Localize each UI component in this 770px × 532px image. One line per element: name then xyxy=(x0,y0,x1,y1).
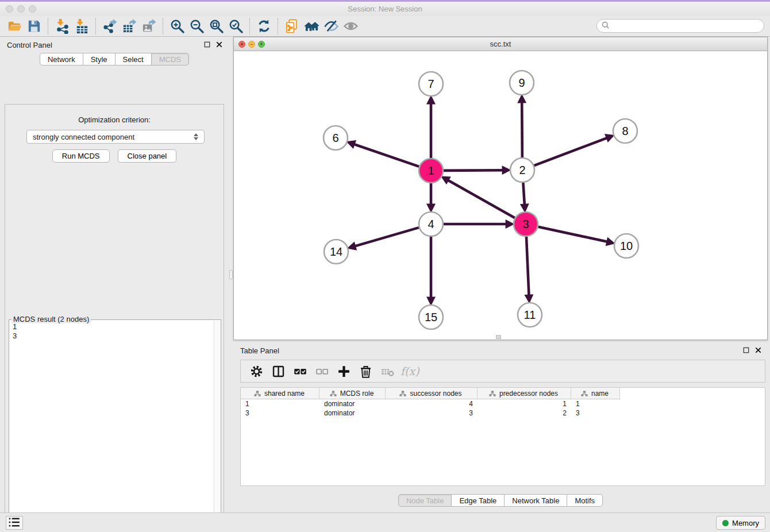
graph-node-11[interactable]: 11 xyxy=(518,303,542,327)
clone-network-icon[interactable] xyxy=(282,18,302,35)
graph-node-6[interactable]: 6 xyxy=(324,126,348,150)
cytoscape-window: Session: New Session Control Panel Netwo… xyxy=(0,0,770,532)
table-panel-title: Table Panel xyxy=(240,346,279,355)
tab-edge-table[interactable]: Edge Table xyxy=(452,494,505,507)
table-tabs: Node TableEdge TableNetwork TableMotifs xyxy=(233,494,768,507)
tab-network-table[interactable]: Network Table xyxy=(505,494,567,507)
graph-node-9[interactable]: 9 xyxy=(510,71,534,95)
session-title: Session: New Session xyxy=(0,5,770,13)
graph-node-8[interactable]: 8 xyxy=(613,119,637,143)
tab-network[interactable]: Network xyxy=(40,53,83,65)
export-network-icon[interactable] xyxy=(100,18,120,35)
close-panel-button[interactable]: Close panel xyxy=(118,149,177,163)
delete-row-icon[interactable] xyxy=(356,362,375,380)
table-row[interactable]: 3dominator323 xyxy=(241,408,765,418)
table-cell[interactable]: 2 xyxy=(478,408,571,418)
toolbar-separator xyxy=(48,18,48,34)
edge-2-3[interactable] xyxy=(523,183,525,207)
search-box[interactable] xyxy=(596,19,764,33)
network-canvas[interactable]: 7968124314101511 xyxy=(234,51,767,340)
edge-1-6[interactable] xyxy=(351,143,419,166)
edge-2-9[interactable] xyxy=(522,99,522,157)
zoom-selected-icon[interactable] xyxy=(226,18,245,35)
settings-icon[interactable] xyxy=(247,362,266,380)
graph-node-1[interactable]: 1 xyxy=(419,159,443,183)
node-table[interactable]: shared nameMCDS rolesuccessor nodesprede… xyxy=(240,387,765,486)
edge-3-1[interactable] xyxy=(445,179,515,218)
edge-1-2[interactable] xyxy=(444,170,506,171)
graph-node-4[interactable]: 4 xyxy=(419,212,443,236)
column-header-name[interactable]: name xyxy=(571,388,620,399)
table-cell[interactable]: 1 xyxy=(241,399,319,408)
column-header-MCDS-role[interactable]: MCDS role xyxy=(319,388,386,399)
edge-4-14[interactable] xyxy=(352,228,419,247)
table-row[interactable]: 1dominator411 xyxy=(241,399,765,408)
tab-motifs[interactable]: Motifs xyxy=(567,494,603,507)
table-cell[interactable]: dominator xyxy=(319,399,386,408)
zoom-fit-icon[interactable] xyxy=(206,18,226,35)
svg-text:2: 2 xyxy=(519,164,525,176)
select-all-icon[interactable] xyxy=(290,362,310,380)
table-cell[interactable]: 3 xyxy=(386,408,478,418)
table-cell[interactable]: 1 xyxy=(478,399,571,408)
add-row-icon[interactable] xyxy=(334,362,353,380)
result-scrollbar[interactable] xyxy=(214,321,221,532)
edge-3-10[interactable] xyxy=(538,227,610,242)
splitter-handle[interactable] xyxy=(229,270,233,279)
table-toolbar: f(x) xyxy=(240,360,765,383)
show-graphics-icon[interactable] xyxy=(341,18,360,35)
float-panel-icon[interactable] xyxy=(742,346,750,354)
edge-2-8[interactable] xyxy=(534,137,610,165)
table-cell[interactable]: 3 xyxy=(241,408,319,418)
criterion-select[interactable]: strongly connected component xyxy=(26,130,205,144)
graph-node-14[interactable]: 14 xyxy=(324,240,348,264)
hide-graphics-icon[interactable] xyxy=(321,18,341,35)
table-cell[interactable]: 4 xyxy=(386,399,478,408)
column-header-predecessor-nodes[interactable]: predecessor nodes xyxy=(478,388,571,399)
canvas-scroll-handle[interactable] xyxy=(496,335,501,339)
import-table-icon[interactable] xyxy=(72,18,91,35)
float-panel-icon[interactable] xyxy=(203,41,211,48)
zoom-in-icon[interactable] xyxy=(167,18,187,35)
network-graph[interactable]: 7968124314101511 xyxy=(234,51,767,340)
tab-style[interactable]: Style xyxy=(83,53,116,65)
edge-3-11[interactable] xyxy=(526,237,529,298)
column-header-shared-name[interactable]: shared name xyxy=(241,388,319,399)
svg-text:4: 4 xyxy=(428,218,434,230)
close-panel-icon[interactable] xyxy=(215,41,223,48)
control-panel-title: Control Panel xyxy=(7,41,52,49)
graph-node-10[interactable]: 10 xyxy=(614,234,638,258)
run-mcds-button[interactable]: Run MCDS xyxy=(52,149,110,163)
panel-splitter[interactable] xyxy=(229,37,233,512)
table-cell[interactable]: 1 xyxy=(571,399,620,408)
deselect-all-icon[interactable] xyxy=(312,362,332,380)
home-icon[interactable] xyxy=(302,18,321,35)
refresh-icon[interactable] xyxy=(254,18,274,35)
import-network-icon[interactable] xyxy=(52,18,72,35)
network-window-titlebar[interactable]: × − + scc.txt xyxy=(234,37,767,51)
search-input[interactable] xyxy=(610,21,764,31)
mcds-tab-content: Optimization criterion: strongly connect… xyxy=(5,104,224,532)
open-file-icon[interactable] xyxy=(5,18,24,35)
tab-mcds[interactable]: MCDS xyxy=(152,53,189,65)
mac-titlebar[interactable]: Session: New Session xyxy=(0,2,770,16)
export-image-icon[interactable] xyxy=(139,18,159,35)
tab-select[interactable]: Select xyxy=(116,53,152,65)
column-header-successor-nodes[interactable]: successor nodes xyxy=(386,388,478,399)
table-cell[interactable]: 3 xyxy=(571,408,620,418)
memory-button[interactable]: Memory xyxy=(716,516,765,530)
export-table-icon[interactable] xyxy=(120,18,139,35)
mcds-result-list[interactable]: 13 xyxy=(9,321,213,532)
columns-icon[interactable] xyxy=(268,362,288,380)
optimization-label: Optimization criterion: xyxy=(5,115,224,124)
save-session-icon[interactable] xyxy=(24,18,44,35)
tab-node-table[interactable]: Node Table xyxy=(398,494,452,507)
close-panel-icon[interactable] xyxy=(754,346,762,354)
task-history-button[interactable] xyxy=(6,516,23,530)
graph-node-15[interactable]: 15 xyxy=(419,305,443,329)
table-cell[interactable]: dominator xyxy=(319,408,386,418)
graph-node-3[interactable]: 3 xyxy=(514,212,538,236)
graph-node-7[interactable]: 7 xyxy=(419,72,443,96)
graph-node-2[interactable]: 2 xyxy=(510,158,534,182)
zoom-out-icon[interactable] xyxy=(187,18,206,35)
